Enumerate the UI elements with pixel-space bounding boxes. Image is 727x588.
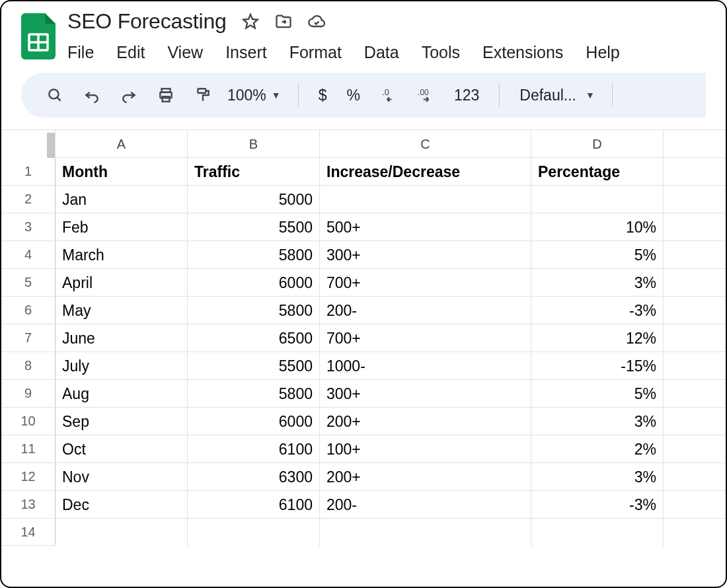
cell[interactable]: 700+ — [320, 269, 531, 297]
percent-button[interactable]: % — [340, 87, 366, 104]
paint-format-icon[interactable] — [188, 80, 218, 110]
cell[interactable]: 5800 — [188, 380, 320, 408]
cell[interactable]: -15% — [531, 352, 664, 380]
undo-icon[interactable] — [77, 80, 107, 110]
cell[interactable] — [664, 158, 726, 186]
cell[interactable]: 5500 — [188, 213, 320, 241]
col-header-D[interactable]: D — [531, 130, 664, 158]
cell[interactable]: 700+ — [320, 324, 531, 352]
cell[interactable]: Traffic — [188, 158, 320, 186]
menu-data[interactable]: Data — [364, 43, 399, 62]
cell[interactable]: 5% — [531, 380, 664, 408]
cell[interactable]: Aug — [56, 380, 188, 408]
row-header[interactable]: 13 — [1, 491, 56, 518]
print-icon[interactable] — [151, 80, 181, 110]
cell[interactable] — [664, 269, 726, 297]
menu-extensions[interactable]: Extensions — [482, 43, 563, 62]
cell[interactable]: Dec — [56, 491, 188, 519]
col-header-C[interactable]: C — [320, 130, 531, 158]
cell[interactable]: 3% — [531, 269, 664, 297]
cell[interactable]: 6100 — [188, 435, 320, 463]
row-header[interactable]: 1 — [1, 158, 56, 185]
cell[interactable]: 6000 — [188, 408, 320, 435]
cell[interactable] — [664, 297, 726, 324]
menu-view[interactable]: View — [167, 43, 203, 62]
select-all-corner[interactable] — [1, 130, 56, 158]
row-header[interactable]: 7 — [1, 324, 56, 351]
cell[interactable]: 200+ — [320, 408, 531, 435]
cell[interactable]: 100+ — [320, 435, 531, 463]
cell[interactable]: Nov — [56, 463, 188, 491]
cell[interactable] — [664, 241, 726, 269]
cell[interactable]: 5% — [531, 241, 664, 269]
cell[interactable]: 300+ — [320, 380, 531, 408]
redo-icon[interactable] — [114, 80, 144, 110]
row-header[interactable]: 9 — [1, 380, 56, 407]
cell[interactable]: 12% — [531, 324, 664, 352]
cell[interactable] — [664, 186, 726, 213]
cell[interactable]: 500+ — [320, 213, 531, 241]
cell[interactable]: 5000 — [188, 186, 320, 213]
star-icon[interactable] — [241, 13, 260, 31]
cloud-status-icon[interactable] — [307, 13, 326, 31]
row-header[interactable]: 8 — [1, 352, 56, 379]
menu-format[interactable]: Format — [289, 43, 342, 62]
row-header[interactable]: 12 — [1, 463, 56, 490]
menu-help[interactable]: Help — [586, 43, 619, 62]
increase-decimal-icon[interactable]: .00 — [410, 80, 441, 110]
cell[interactable] — [664, 435, 726, 463]
row-header[interactable]: 2 — [1, 186, 56, 213]
cell[interactable]: March — [56, 241, 188, 269]
row-header[interactable]: 6 — [1, 297, 56, 324]
cell[interactable] — [664, 352, 726, 380]
cell[interactable]: 5800 — [188, 241, 320, 269]
cell[interactable]: 1000- — [320, 352, 531, 380]
cell[interactable] — [320, 186, 531, 213]
cell[interactable]: 10% — [531, 213, 664, 241]
col-header-B[interactable]: B — [188, 130, 320, 158]
row-header[interactable]: 4 — [1, 241, 56, 268]
cell[interactable]: 6500 — [188, 324, 320, 352]
cell[interactable]: 2% — [531, 435, 664, 463]
cell[interactable] — [664, 324, 726, 352]
cell[interactable]: 6100 — [188, 491, 320, 519]
doc-title[interactable]: SEO Forecasting — [67, 9, 227, 34]
currency-button[interactable]: $ — [312, 87, 334, 104]
cell[interactable]: -3% — [531, 491, 664, 519]
cell[interactable]: Feb — [56, 213, 188, 241]
cell[interactable]: 6000 — [188, 269, 320, 297]
zoom-dropdown[interactable]: 100% ▼ — [225, 87, 285, 104]
cell[interactable] — [664, 463, 726, 491]
cell[interactable]: Sep — [56, 408, 188, 435]
row-header[interactable]: 5 — [1, 269, 56, 296]
cell[interactable]: 300+ — [320, 241, 531, 269]
cell[interactable]: -3% — [531, 297, 664, 324]
cell[interactable] — [664, 519, 726, 546]
cell[interactable] — [664, 408, 726, 435]
col-header-A[interactable]: A — [56, 130, 188, 158]
menu-tools[interactable]: Tools — [422, 43, 460, 62]
cell[interactable] — [320, 519, 531, 546]
cell[interactable]: Increase/Decrease — [320, 158, 531, 186]
cell[interactable]: 5500 — [188, 352, 320, 380]
menu-insert[interactable]: Insert — [225, 43, 267, 62]
cell[interactable] — [531, 519, 664, 546]
decrease-decimal-icon[interactable]: .0 — [373, 80, 404, 110]
font-dropdown[interactable]: Defaul... ▼ — [513, 87, 599, 104]
menu-edit[interactable]: Edit — [116, 43, 145, 62]
cell[interactable] — [664, 491, 726, 519]
cell[interactable]: Percentage — [531, 158, 664, 186]
row-header[interactable]: 14 — [1, 519, 56, 545]
col-header-E[interactable] — [664, 130, 726, 158]
cell[interactable] — [188, 519, 320, 546]
cell[interactable] — [664, 380, 726, 408]
cell[interactable] — [531, 186, 664, 213]
row-header[interactable]: 10 — [1, 408, 56, 435]
cell[interactable]: Month — [56, 158, 188, 186]
row-header[interactable]: 11 — [1, 435, 56, 462]
cell[interactable]: 3% — [531, 463, 664, 491]
cell[interactable]: 200+ — [320, 463, 531, 491]
number-format-button[interactable]: 123 — [447, 87, 486, 104]
cell[interactable]: 200- — [320, 297, 531, 324]
sheets-logo-icon[interactable] — [21, 13, 56, 59]
